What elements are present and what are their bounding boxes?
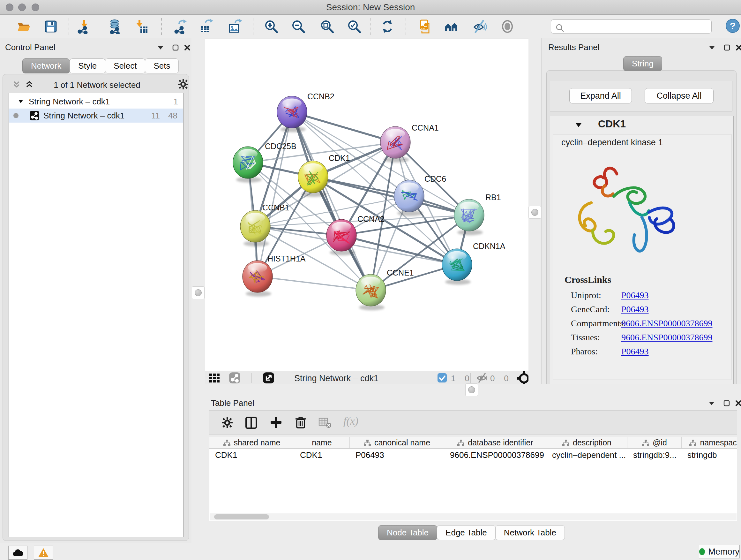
gene-card-collapse-icon[interactable] bbox=[575, 122, 582, 128]
minimize-window-icon[interactable] bbox=[18, 3, 26, 11]
show-columns-icon[interactable] bbox=[245, 416, 257, 430]
column-header[interactable]: name bbox=[294, 437, 350, 448]
control-panel-float-icon[interactable] bbox=[156, 43, 165, 52]
import-network-database-icon[interactable] bbox=[108, 19, 123, 34]
column-header[interactable]: @id bbox=[627, 437, 682, 448]
refresh-icon[interactable] bbox=[380, 19, 395, 34]
control-panel-close-icon[interactable] bbox=[183, 43, 192, 52]
right-splitter-handle[interactable] bbox=[529, 206, 541, 219]
tab-node-table[interactable]: Node Table bbox=[378, 525, 437, 540]
column-header[interactable]: database identifier bbox=[444, 437, 546, 448]
control-panel-maximize-icon[interactable] bbox=[171, 43, 180, 52]
cloud-status-button[interactable] bbox=[8, 546, 27, 560]
cell-database-identifier[interactable]: 9606.ENSP00000378699 bbox=[444, 449, 546, 461]
tab-sets[interactable]: Sets bbox=[145, 58, 179, 73]
export-network-icon[interactable] bbox=[173, 19, 189, 34]
toolbar-separator bbox=[252, 373, 252, 383]
table-panel: Table Panel f(x) shared name name bbox=[205, 396, 741, 543]
memory-button[interactable]: Memory bbox=[699, 545, 740, 558]
column-header[interactable]: description bbox=[546, 437, 627, 448]
column-header[interactable]: shared name bbox=[209, 437, 294, 448]
export-table-icon[interactable] bbox=[199, 19, 214, 34]
tab-style[interactable]: Style bbox=[70, 58, 105, 73]
toolbar-search-input[interactable] bbox=[551, 19, 712, 34]
table-toolbar: f(x) bbox=[209, 410, 737, 435]
selected-nodes-checkbox-icon[interactable] bbox=[437, 373, 447, 384]
save-session-icon[interactable] bbox=[43, 19, 58, 34]
string-home-icon[interactable] bbox=[444, 19, 459, 34]
collection-count: 1 bbox=[174, 97, 178, 107]
crosslink-link[interactable]: P06493 bbox=[621, 347, 649, 357]
zoom-fit-icon[interactable] bbox=[320, 19, 335, 34]
collapse-all-networks-icon[interactable] bbox=[24, 79, 34, 90]
results-panel: Results Panel String Expand All Collapse… bbox=[542, 38, 741, 384]
cell-namespace[interactable]: stringdb bbox=[682, 449, 737, 461]
cell-description[interactable]: cyclin–dependent ... bbox=[546, 449, 627, 461]
warnings-button[interactable] bbox=[34, 546, 53, 560]
import-network-file-icon[interactable] bbox=[77, 19, 92, 34]
crosslink-link[interactable]: P06493 bbox=[621, 290, 649, 300]
create-column-plus-icon[interactable] bbox=[270, 416, 282, 430]
network-canvas[interactable]: CCNB2CCNA1CDC25BCDK1CDC6RB1CCNB1CCNA2CDK… bbox=[205, 39, 529, 371]
scrollbar-thumb[interactable] bbox=[214, 514, 269, 519]
cell-canonical-name[interactable]: P06493 bbox=[350, 449, 444, 461]
crosslink-link[interactable]: P06493 bbox=[621, 304, 649, 314]
string-network-graph[interactable]: CCNB2CCNA1CDC25BCDK1CDC6RB1CCNB1CCNA2CDK… bbox=[205, 39, 529, 371]
tab-edge-table[interactable]: Edge Table bbox=[437, 525, 495, 540]
close-window-icon[interactable] bbox=[6, 3, 13, 11]
collapse-all-button[interactable]: Collapse All bbox=[645, 88, 714, 104]
cell-shared-name[interactable]: CDK1 bbox=[209, 449, 294, 461]
crosslinks-title: CrossLinks bbox=[564, 274, 611, 285]
network-row-selected[interactable]: String Network – cdk1 11 48 bbox=[9, 109, 183, 123]
results-panel-maximize-icon[interactable] bbox=[722, 43, 732, 52]
zoom-window-icon[interactable] bbox=[31, 3, 39, 11]
function-builder-icon[interactable]: f(x) bbox=[343, 415, 358, 427]
column-header[interactable]: namespace bbox=[682, 437, 737, 448]
tab-string-results[interactable]: String bbox=[623, 56, 662, 71]
table-settings-gear-icon[interactable] bbox=[221, 417, 233, 430]
left-splitter[interactable] bbox=[192, 38, 205, 543]
birds-eye-grid-icon[interactable] bbox=[209, 373, 220, 384]
zoom-out-icon[interactable] bbox=[291, 19, 306, 34]
gene-details: cyclin–dependent kinase 1 CrossLink bbox=[553, 134, 731, 380]
table-horizontal-scrollbar[interactable] bbox=[210, 513, 737, 520]
results-panel-float-icon[interactable] bbox=[707, 43, 717, 52]
tab-select[interactable]: Select bbox=[105, 58, 145, 73]
bottom-splitter-handle[interactable] bbox=[465, 383, 478, 396]
right-splitter[interactable] bbox=[529, 38, 542, 384]
clone-network-icon[interactable] bbox=[416, 19, 431, 34]
network-collection-row[interactable]: String Network – cdk1 1 bbox=[9, 95, 183, 109]
expand-all-networks-icon[interactable] bbox=[12, 79, 21, 90]
string-style-icon[interactable] bbox=[229, 372, 241, 385]
cell-id[interactable]: stringdb:9... bbox=[627, 449, 682, 461]
expand-all-button[interactable]: Expand All bbox=[569, 88, 632, 104]
collection-expander-icon[interactable] bbox=[18, 99, 23, 105]
bottom-splitter[interactable] bbox=[205, 384, 741, 396]
eye-sphere-icon[interactable] bbox=[500, 19, 515, 34]
cell-name[interactable]: CDK1 bbox=[294, 449, 350, 461]
open-in-browser-icon[interactable] bbox=[263, 372, 274, 385]
export-image-icon[interactable] bbox=[227, 19, 243, 34]
crosslink-link[interactable]: 9606.ENSP00000378699 bbox=[621, 332, 712, 343]
tab-network-table[interactable]: Network Table bbox=[495, 525, 565, 540]
left-splitter-handle[interactable] bbox=[192, 287, 205, 299]
import-table-file-icon[interactable] bbox=[133, 19, 149, 34]
delete-table-icon[interactable] bbox=[319, 417, 332, 430]
crosslink-link[interactable]: 9606.ENSP00000378699 bbox=[621, 318, 712, 328]
network-options-gear-icon[interactable] bbox=[178, 79, 189, 91]
table-panel-maximize-icon[interactable] bbox=[722, 398, 731, 408]
table-panel-float-icon[interactable] bbox=[707, 398, 717, 408]
help-icon[interactable]: ? bbox=[725, 18, 740, 34]
collection-label: String Network – cdk1 bbox=[29, 97, 110, 107]
delete-column-trash-icon[interactable] bbox=[294, 416, 307, 430]
hidden-eye-icon[interactable] bbox=[476, 373, 488, 384]
column-header[interactable]: canonical name bbox=[350, 437, 444, 448]
results-panel-close-icon[interactable] bbox=[734, 43, 741, 52]
tab-network[interactable]: Network bbox=[22, 58, 70, 73]
table-panel-close-icon[interactable] bbox=[734, 398, 741, 408]
open-session-icon[interactable] bbox=[16, 19, 31, 34]
zoom-selected-icon[interactable] bbox=[347, 19, 362, 34]
table-row[interactable]: CDK1 CDK1 P06493 9606.ENSP00000378699 cy… bbox=[209, 449, 737, 461]
hide-glass-icon[interactable] bbox=[472, 19, 487, 34]
zoom-in-icon[interactable] bbox=[264, 19, 279, 34]
